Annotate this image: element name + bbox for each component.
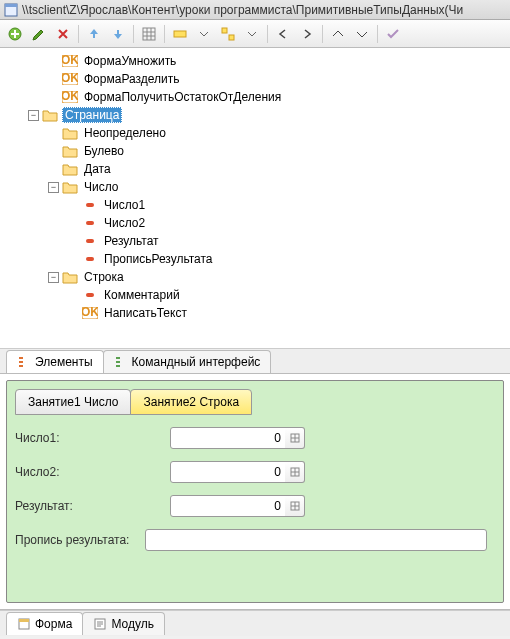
undo-icon[interactable] xyxy=(272,23,294,45)
folder-icon xyxy=(42,108,58,122)
tree-node[interactable]: Результат xyxy=(0,232,510,250)
svg-rect-16 xyxy=(86,221,94,225)
tab-elements[interactable]: Элементы xyxy=(6,350,104,373)
spinner-button[interactable] xyxy=(285,427,305,449)
tree-node[interactable]: OKФормаРазделить xyxy=(0,70,510,88)
tree-node[interactable]: −Число xyxy=(0,178,510,196)
svg-rect-19 xyxy=(86,293,94,297)
titlebar: \\tsclient\Z\Ярослав\Контент\уроки прогр… xyxy=(0,0,510,20)
tab-form[interactable]: Форма xyxy=(6,612,83,635)
twisty-blank xyxy=(68,218,79,229)
ok-icon: OK xyxy=(62,72,78,86)
svg-rect-25 xyxy=(116,357,120,359)
svg-rect-32 xyxy=(19,619,29,622)
tree-node[interactable]: Неопределено xyxy=(0,124,510,142)
tree-node[interactable]: OKФормаУмножить xyxy=(0,52,510,70)
separator xyxy=(267,25,268,43)
ok-icon: OK xyxy=(82,306,98,320)
preview-form: Занятие1 Число Занятие2 Строка Число1: Ч… xyxy=(6,380,504,603)
svg-rect-3 xyxy=(93,33,95,38)
form-row: Число1: xyxy=(15,427,495,449)
tab-module[interactable]: Модуль xyxy=(82,612,165,635)
tree-node[interactable]: Число2 xyxy=(0,214,510,232)
collapse-icon[interactable] xyxy=(351,23,373,45)
delete-button[interactable] xyxy=(52,23,74,45)
tree-node[interactable]: ПрописьРезультата xyxy=(0,250,510,268)
tree-node[interactable]: −Строка xyxy=(0,268,510,286)
check-icon[interactable] xyxy=(382,23,404,45)
spinner-button[interactable] xyxy=(285,495,305,517)
dropdown-icon[interactable] xyxy=(193,23,215,45)
separator xyxy=(377,25,378,43)
field-label: Пропись результата: xyxy=(15,533,145,547)
collapse-icon[interactable]: − xyxy=(48,272,59,283)
svg-rect-24 xyxy=(19,365,23,367)
preview-wrap: Занятие1 Число Занятие2 Строка Число1: Ч… xyxy=(0,374,510,610)
form-icon xyxy=(17,617,31,631)
folder-icon xyxy=(62,162,78,176)
separator xyxy=(322,25,323,43)
redo-icon[interactable] xyxy=(296,23,318,45)
tree-node-label: ПрописьРезультата xyxy=(102,252,215,266)
bottom-tabs: Форма Модуль xyxy=(0,610,510,636)
separator xyxy=(133,25,134,43)
ok-icon: OK xyxy=(62,90,78,104)
window-icon xyxy=(4,3,18,17)
tree-node-label: Число xyxy=(82,180,121,194)
number2-input[interactable] xyxy=(170,461,288,483)
tree-node[interactable]: OKНаписатьТекст xyxy=(0,304,510,322)
attr-icon xyxy=(82,252,98,266)
add-button[interactable] xyxy=(4,23,26,45)
form-row: Число2: xyxy=(15,461,495,483)
tree-node-label: ФормаУмножить xyxy=(82,54,178,68)
collapse-icon[interactable]: − xyxy=(28,110,39,121)
tree-node-label: НаписатьТекст xyxy=(102,306,189,320)
field-label: Результат: xyxy=(15,499,170,513)
svg-rect-1 xyxy=(5,4,17,7)
yellow-box-icon[interactable] xyxy=(169,23,191,45)
preview-tab-1[interactable]: Занятие1 Число xyxy=(15,389,131,415)
move-up-button[interactable] xyxy=(83,23,105,45)
tree-node-label: Неопределено xyxy=(82,126,168,140)
field-label: Число1: xyxy=(15,431,170,445)
attr-icon xyxy=(82,234,98,248)
tree-node[interactable]: −Страница xyxy=(0,106,510,124)
twisty-blank xyxy=(68,200,79,211)
edit-button[interactable] xyxy=(28,23,50,45)
ok-icon: OK xyxy=(62,54,78,68)
twisty-blank xyxy=(68,290,79,301)
preview-tab-2[interactable]: Занятие2 Строка xyxy=(130,389,252,415)
tab-label: Модуль xyxy=(111,617,154,631)
tree-node[interactable]: Число1 xyxy=(0,196,510,214)
folder-icon xyxy=(62,270,78,284)
folder-icon xyxy=(62,144,78,158)
svg-rect-4 xyxy=(117,30,119,35)
twisty-blank xyxy=(48,92,59,103)
move-down-button[interactable] xyxy=(107,23,129,45)
grid-icon[interactable] xyxy=(138,23,160,45)
svg-rect-27 xyxy=(116,365,120,367)
spinner-button[interactable] xyxy=(285,461,305,483)
collapse-icon[interactable]: − xyxy=(48,182,59,193)
field-label: Число2: xyxy=(15,465,170,479)
tree-node-label: ФормаРазделить xyxy=(82,72,182,86)
svg-rect-17 xyxy=(86,239,94,243)
yellow-boxes-icon[interactable] xyxy=(217,23,239,45)
svg-text:OK: OK xyxy=(82,307,98,319)
tree-pane[interactable]: OKФормаУмножитьOKФормаРазделитьOKФормаПо… xyxy=(0,48,510,348)
tree-node[interactable]: OKФормаПолучитьОстатокОтДеления xyxy=(0,88,510,106)
svg-text:OK: OK xyxy=(62,55,78,67)
tab-command-interface[interactable]: Командный интерфейс xyxy=(103,350,272,373)
tab-label: Элементы xyxy=(35,355,93,369)
result-input[interactable] xyxy=(170,495,288,517)
tree-node[interactable]: Дата xyxy=(0,160,510,178)
dropdown-icon[interactable] xyxy=(241,23,263,45)
tree-node[interactable]: Булево xyxy=(0,142,510,160)
number1-input[interactable] xyxy=(170,427,288,449)
tree-node-label: Булево xyxy=(82,144,126,158)
tab-label: Форма xyxy=(35,617,72,631)
tree-node[interactable]: Комментарий xyxy=(0,286,510,304)
result-text-input[interactable] xyxy=(145,529,487,551)
titlebar-path: \\tsclient\Z\Ярослав\Контент\уроки прогр… xyxy=(22,3,463,17)
expand-icon[interactable] xyxy=(327,23,349,45)
